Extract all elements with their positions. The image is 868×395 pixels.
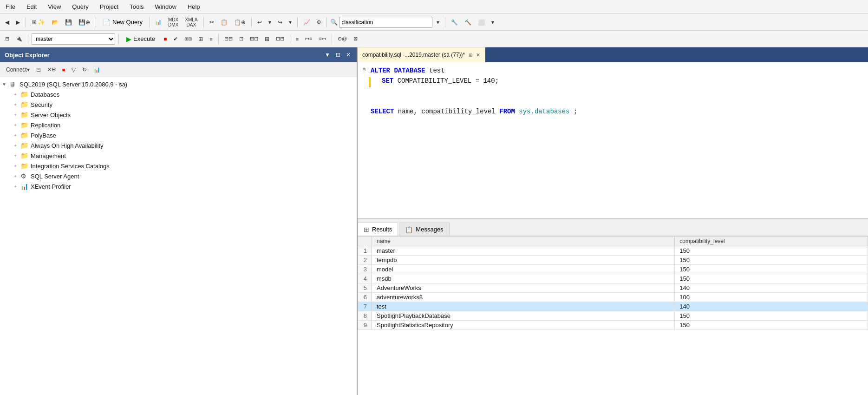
xmla-btn[interactable]: XMLADAX [183,16,200,29]
misc-btn2[interactable]: ⊠ [351,33,360,46]
misc-btn1[interactable]: ⊙@ [335,33,349,46]
tab-pin-icon[interactable]: ⊞ [469,53,472,58]
tree-item-alwayson[interactable]: ＋ 📁 Always On High Availability [0,140,357,151]
tree-item-management[interactable]: ＋ 📁 Management [0,151,357,161]
tree-server-node[interactable]: ▼ 🖥 SQL2019 (SQL Server 15.0.2080.9 - sa… [0,79,357,89]
transactions-btn[interactable]: ⊡ [237,33,246,46]
oe-disconnect-btn[interactable]: ⊟ [34,63,43,76]
database-selector[interactable]: master [32,33,115,45]
undo-btn[interactable]: ↩ [255,16,264,29]
management-label: Management [31,152,66,159]
check-btn[interactable]: ✔ [171,33,180,46]
menu-tools[interactable]: Tools [128,2,145,11]
align-left-btn[interactable]: ≡ [294,33,301,46]
tools-btn[interactable]: 🔨 [462,16,474,29]
oe-connect-btn[interactable]: Connect ▾ [4,63,32,76]
stop-btn[interactable]: ■ [161,33,169,46]
menu-file[interactable]: File [4,2,17,11]
code-editor[interactable]: ⊟ ALTER DATABASE test SET COMPATIBILITY_… [358,62,868,218]
integration-expand[interactable]: ＋ [13,163,20,169]
execute-button[interactable]: ▶ Execute [122,33,159,46]
tree-item-polybase[interactable]: ＋ 📁 PolyBase [0,130,357,140]
results-to-text-btn[interactable]: ≡ [207,33,215,46]
tab-results[interactable]: ⊞ Results [358,223,398,236]
settings-btn[interactable]: 🔧 [449,16,460,29]
results-to-grid-btn[interactable]: ⊞ [196,33,205,46]
row-name-cell: SpotlightStatisticsRepository [372,321,675,330]
paste-btn[interactable]: 📋⊕ [232,16,248,29]
tree-item-security[interactable]: ＋ 📁 Security [0,99,357,110]
tree-item-xevent[interactable]: ＋ 📊 XEvent Profiler [0,181,357,191]
sep2 [96,17,96,27]
redo-dropdown-btn[interactable]: ▾ [287,16,294,29]
activity-monitor-btn[interactable]: 📈 [301,16,313,29]
menu-view[interactable]: View [46,2,63,11]
polybase-expand[interactable]: ＋ [13,132,20,138]
properties-btn[interactable]: ⊟ [3,33,12,46]
new-file-btn[interactable]: 🗎✨ [29,16,47,29]
grid-btn[interactable]: ⊞ [262,33,272,46]
tree-item-replication[interactable]: ＋ 📁 Replication [0,120,357,130]
search-input[interactable] [339,17,432,28]
tree-item-server-objects[interactable]: ＋ 📁 Server Objects [0,110,357,120]
outdent-btn[interactable]: ≡↤ [317,33,328,46]
oe-filter-btn[interactable]: ▽ [69,63,78,76]
minimize-btn[interactable]: ▾ [489,16,496,29]
activity-extra-btn[interactable]: ⊕ [314,16,323,29]
messages-icon: 📋 [405,226,413,233]
filter-btn[interactable]: 🔌 [13,33,25,46]
databases-expand[interactable]: ＋ [13,91,20,98]
replication-expand[interactable]: ＋ [13,122,20,128]
security-expand[interactable]: ＋ [13,101,20,108]
sql-agent-expand[interactable]: ＋ [13,173,20,179]
tree-server-collapse[interactable]: ▼ [2,82,9,87]
server-objects-expand[interactable]: ＋ [13,112,20,118]
oe-refresh-btn[interactable]: ↻ [80,63,89,76]
results-pane-btn[interactable]: ⊞⊡ [248,33,261,46]
oe-pin-btn[interactable]: ▼ [323,51,332,59]
menu-edit[interactable]: Edit [25,2,39,11]
collapse-icon[interactable]: ⊟ [363,67,365,72]
alwayson-expand[interactable]: ＋ [13,142,20,149]
oe-stop-btn[interactable]: ■ [60,63,68,76]
indent-btn[interactable]: ↦≡ [303,33,314,46]
tree-item-databases[interactable]: ＋ 📁 Databases [0,89,357,99]
save-btn[interactable]: 💾 [63,16,74,29]
menu-query[interactable]: Query [70,2,90,11]
back-button[interactable]: ◀ [3,16,12,29]
oe-close-btn[interactable]: ✕ [345,51,352,59]
forward-button[interactable]: ▶ [13,16,22,29]
menu-project[interactable]: Project [98,2,120,11]
editor-tab-compatibility[interactable]: compatibility.sql -...2019.master (sa (7… [358,47,485,62]
sep8 [445,17,445,27]
kw-select: SELECT [371,108,394,115]
mdx-btn[interactable]: 📊 [153,16,164,29]
query-opts-btn[interactable]: ⊟⊟ [222,33,235,46]
cut-btn[interactable]: ✂ [207,16,216,29]
oe-activity-monitor-btn[interactable]: 📊 [91,63,103,76]
redo-btn[interactable]: ↪ [275,16,285,29]
tree-item-integration-services[interactable]: ＋ 📁 Integration Services Catalogs [0,161,357,171]
tree-item-sql-agent[interactable]: ＋ ⚙ SQL Server Agent [0,171,357,181]
results-tabs-bar: ⊞ Results 📋 Messages [358,219,868,236]
xevent-expand[interactable]: ＋ [13,183,20,190]
code-line-3 [358,87,868,98]
tab-close-btn[interactable]: ✕ [476,52,480,58]
menu-window[interactable]: Window [153,2,178,11]
export-btn[interactable]: ⊡⊟ [274,33,287,46]
oe-disconnect-all-btn[interactable]: ✕⊟ [45,63,58,76]
new-query-button[interactable]: 📄 New Query [99,16,146,29]
oe-float-btn[interactable]: ⊟ [334,51,342,59]
dmx-btn[interactable]: MDXDMX [166,16,181,29]
tab-messages[interactable]: 📋 Messages [399,223,449,236]
copy-btn[interactable]: 📋 [218,16,230,29]
parse-btn[interactable]: ⊞⊞ [182,33,194,46]
menu-help[interactable]: Help [186,2,202,11]
undo-dropdown-btn[interactable]: ▾ [266,16,274,29]
search-dropdown-btn[interactable]: ▾ [434,16,442,29]
save-all-btn[interactable]: 💾⊕ [76,16,92,29]
results-grid: name compatibility_level 1 master 150 2 … [358,236,868,395]
management-expand[interactable]: ＋ [13,152,20,159]
open-btn[interactable]: 📂 [49,16,61,29]
window-btn[interactable]: ⬜ [476,16,487,29]
